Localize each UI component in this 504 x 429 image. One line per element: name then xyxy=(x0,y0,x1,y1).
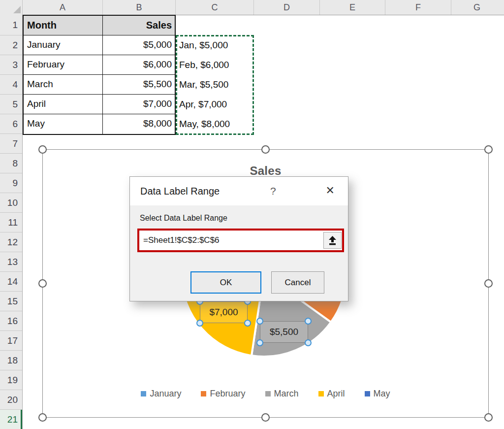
label-range-column: Jan, $5,000Feb, $6,000Mar, $5,500Apr, $7… xyxy=(176,35,254,134)
legend-label: March xyxy=(274,389,299,399)
cell-label[interactable]: Mar, $5,500 xyxy=(176,75,254,95)
row-header[interactable]: 12 xyxy=(0,232,22,252)
cell-sales[interactable]: $6,000 xyxy=(103,55,175,74)
chart-resize-handle[interactable] xyxy=(38,413,47,422)
row-header[interactable]: 3 xyxy=(0,55,22,75)
cancel-button[interactable]: Cancel xyxy=(271,271,324,294)
row-header[interactable]: 7 xyxy=(0,134,22,154)
row-headers: 123456789101112131415161718192021 xyxy=(0,15,23,429)
chart-legend: January February March April xyxy=(43,389,488,399)
select-all-triangle-icon xyxy=(13,6,21,13)
chart-resize-handle[interactable] xyxy=(38,279,47,288)
cell-label[interactable]: Jan, $5,000 xyxy=(176,35,254,55)
row-header[interactable]: 14 xyxy=(0,272,22,292)
cell-label[interactable]: Apr, $7,000 xyxy=(176,95,254,114)
row-header[interactable]: 1 xyxy=(0,15,22,35)
data-label-text: $7,000 xyxy=(209,307,238,318)
row-header[interactable]: 9 xyxy=(0,173,22,193)
row-header[interactable]: 6 xyxy=(0,114,22,134)
data-table: Month Sales January $5,000 February $6,0… xyxy=(23,15,176,135)
cell-month[interactable]: January xyxy=(24,35,103,55)
column-header[interactable]: C xyxy=(176,0,254,15)
row-header[interactable]: 17 xyxy=(0,331,22,351)
column-header[interactable]: A xyxy=(23,0,103,15)
chart-resize-handle[interactable] xyxy=(484,279,493,288)
legend-item[interactable]: March xyxy=(265,389,299,399)
collapse-arrow-icon xyxy=(328,236,337,245)
legend-item[interactable]: January xyxy=(141,389,181,399)
column-header[interactable]: G xyxy=(451,0,503,15)
column-header-row: ABCDEFG xyxy=(0,0,504,15)
chart-resize-handle[interactable] xyxy=(261,413,270,422)
label-resize-handle[interactable] xyxy=(305,318,312,325)
range-input-group: =Sheet1!$C$2:$C$6 xyxy=(137,229,344,252)
row-header[interactable]: 2 xyxy=(0,35,22,55)
table-row: March $5,500 xyxy=(24,75,175,95)
label-resize-handle[interactable] xyxy=(196,320,203,327)
legend-item[interactable]: April xyxy=(318,389,345,399)
help-icon[interactable]: ? xyxy=(270,177,276,205)
legend-item[interactable]: February xyxy=(201,389,245,399)
cell-sales[interactable]: $5,500 xyxy=(103,75,175,94)
row-header[interactable]: 8 xyxy=(0,154,22,173)
dialog-title-bar[interactable]: Data Label Range ? ✕ xyxy=(130,177,348,205)
cell-sales[interactable]: $5,000 xyxy=(103,35,175,55)
chart-resize-handle[interactable] xyxy=(484,413,493,422)
row-header[interactable]: 4 xyxy=(0,75,22,95)
row-header[interactable]: 16 xyxy=(0,311,22,331)
ok-button[interactable]: OK xyxy=(190,271,261,294)
header-cell-month[interactable]: Month xyxy=(24,16,103,35)
cell-month[interactable]: April xyxy=(24,95,103,114)
excel-worksheet: ABCDEFG 12345678910111213141516171819202… xyxy=(0,0,504,429)
row-header[interactable]: 11 xyxy=(0,213,22,232)
legend-swatch-icon xyxy=(265,391,271,396)
table-header-row: Month Sales xyxy=(24,16,175,35)
legend-label: April xyxy=(327,389,345,399)
column-header[interactable]: B xyxy=(103,0,176,15)
legend-label: January xyxy=(150,389,181,399)
legend-label: May xyxy=(374,389,390,399)
table-row: January $5,000 xyxy=(24,35,175,55)
row-header[interactable]: 18 xyxy=(0,351,22,370)
close-icon[interactable]: ✕ xyxy=(326,177,335,204)
chart-title[interactable]: Sales xyxy=(43,164,488,178)
cell-month[interactable]: May xyxy=(24,114,103,134)
column-headers: ABCDEFG xyxy=(23,0,504,15)
legend-swatch-icon xyxy=(201,391,206,396)
legend-swatch-icon xyxy=(318,391,324,396)
select-all-corner[interactable] xyxy=(0,0,23,15)
table-row: April $7,000 xyxy=(24,95,175,114)
collapse-dialog-button[interactable] xyxy=(323,232,342,249)
table-rows: January $5,000 February $6,000 March $5,… xyxy=(24,35,175,134)
column-header[interactable]: E xyxy=(320,0,385,15)
header-cell-sales[interactable]: Sales xyxy=(103,16,175,35)
cell-month[interactable]: March xyxy=(24,75,103,94)
legend-item[interactable]: May xyxy=(365,389,390,399)
row-header[interactable]: 10 xyxy=(0,193,22,213)
row-header[interactable]: 19 xyxy=(0,370,22,390)
label-resize-handle[interactable] xyxy=(244,320,251,327)
row-header[interactable]: 20 xyxy=(0,390,22,410)
cell-sales[interactable]: $8,000 xyxy=(103,114,175,134)
cell-month[interactable]: February xyxy=(24,55,103,74)
range-input[interactable]: =Sheet1!$C$2:$C$6 xyxy=(139,231,323,250)
chart-resize-handle[interactable] xyxy=(261,145,270,154)
cell-sales[interactable]: $7,000 xyxy=(103,95,175,114)
chart-resize-handle[interactable] xyxy=(484,145,493,154)
table-row: February $6,000 xyxy=(24,55,175,75)
range-field-label: Select Data Label Range xyxy=(140,214,227,223)
data-label-april[interactable]: $7,000 xyxy=(200,301,248,323)
row-header[interactable]: 15 xyxy=(0,292,22,311)
cell-label[interactable]: Feb, $6,000 xyxy=(176,55,254,75)
label-resize-handle[interactable] xyxy=(305,339,312,346)
column-header[interactable]: F xyxy=(385,0,451,15)
label-resize-handle[interactable] xyxy=(256,318,263,325)
label-resize-handle[interactable] xyxy=(256,339,263,346)
row-header[interactable]: 5 xyxy=(0,95,22,114)
chart-resize-handle[interactable] xyxy=(38,145,47,154)
row-header[interactable]: 13 xyxy=(0,252,22,272)
column-header[interactable]: D xyxy=(254,0,320,15)
cell-label[interactable]: May, $8,000 xyxy=(176,114,254,134)
row-header[interactable]: 21 xyxy=(0,410,22,429)
data-label-march[interactable]: $5,500 xyxy=(260,321,308,343)
